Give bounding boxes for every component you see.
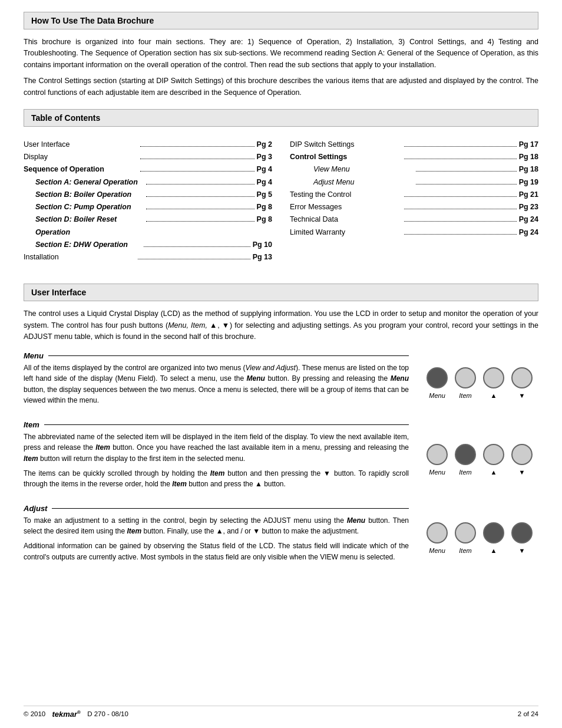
adjust-label-up: ▲ <box>483 547 504 554</box>
menu-btn-circle-menu <box>427 367 448 388</box>
menu-subsection-text: Menu All of the items displayed by the c… <box>24 351 421 410</box>
adjust-btn-circle-down <box>511 522 533 543</box>
toc-item-view-menu: View Menu Pg 18 <box>290 163 538 176</box>
toc-item-testing: Testing the Control Pg 21 <box>290 189 538 201</box>
item-subsection: Item The abbreviated name of the selecte… <box>24 420 538 493</box>
toc-item-adjust-menu: Adjust Menu Pg 19 <box>290 176 538 189</box>
menu-label-up: ▲ <box>483 392 504 399</box>
toc-item-warranty: Limited Warranty Pg 24 <box>290 226 538 239</box>
menu-label-down: ▼ <box>511 392 533 399</box>
user-interface-section: User Interface The control uses a Liquid… <box>24 284 538 566</box>
adjust-label-item: Item <box>455 547 476 554</box>
adjust-subsection: Adjust To make an adjustment to a settin… <box>24 504 538 566</box>
footer-copyright: © 2010 <box>24 710 45 717</box>
adjust-button-row <box>427 522 533 543</box>
item-btn-circle-down <box>511 444 533 465</box>
adjust-btn-circle-menu <box>427 522 448 543</box>
item-diagram: Menu Item ▲ ▼ <box>421 420 538 493</box>
how-to-use-para2: The Control Settings section (starting a… <box>24 75 538 98</box>
item-button-labels: Menu Item ▲ ▼ <box>427 469 533 476</box>
how-to-use-heading: How To Use The Data Brochure <box>24 12 538 29</box>
tekmar-logo: tekmar® <box>52 710 81 719</box>
item-button-row <box>427 444 533 465</box>
toc-item-section-c: Section C: Pump Operation Pg 8 <box>24 201 272 213</box>
menu-text: All of the items displayed by the contro… <box>24 363 409 406</box>
toc-item-errors: Error Messages Pg 23 <box>290 201 538 213</box>
item-label-up: ▲ <box>483 469 504 476</box>
adjust-subheading: Adjust <box>24 504 409 513</box>
item-label-menu: Menu <box>427 469 448 476</box>
menu-button-row <box>427 367 533 388</box>
menu-button-labels: Menu Item ▲ ▼ <box>427 392 533 399</box>
toc-item-section-e: Section E: DHW Operation Pg 10 <box>24 239 272 251</box>
menu-subheading: Menu <box>24 351 409 360</box>
menu-label-item: Item <box>455 392 476 399</box>
item-label-item: Item <box>455 469 476 476</box>
adjust-btn-circle-up <box>483 522 504 543</box>
footer-brand: © 2010 tekmar® D 270 - 08/10 <box>24 710 128 719</box>
menu-btn-circle-item <box>455 367 476 388</box>
toc-col-right: DIP Switch Settings Pg 17 Control Settin… <box>290 139 538 264</box>
adjust-label-down: ▼ <box>511 547 533 554</box>
footer: © 2010 tekmar® D 270 - 08/10 2 of 24 <box>24 706 538 719</box>
item-btn-circle-menu <box>427 444 448 465</box>
toc-grid: User Interface Pg 2 Display Pg 3 Sequenc… <box>24 134 538 271</box>
toc-item-user-interface: User Interface Pg 2 <box>24 139 272 151</box>
toc-item-display: Display Pg 3 <box>24 151 272 163</box>
how-to-use-section: How To Use The Data Brochure This brochu… <box>24 12 538 98</box>
adjust-label-menu: Menu <box>427 547 448 554</box>
adjust-text2: Additional information can be gained by … <box>24 541 409 562</box>
item-text1: The abbreviated name of the selected ite… <box>24 431 409 465</box>
how-to-use-para1: This brochure is organized into four mai… <box>24 37 538 71</box>
toc-item-section-a: Section A: General Operation Pg 4 <box>24 176 272 189</box>
item-text2: The items can be quickly scrolled throug… <box>24 468 409 490</box>
menu-btn-circle-down <box>511 367 533 388</box>
menu-diagram: Menu Item ▲ ▼ <box>421 351 538 410</box>
menu-label-menu: Menu <box>427 392 448 399</box>
toc-item-dip: DIP Switch Settings Pg 17 <box>290 139 538 151</box>
item-label-down: ▼ <box>511 469 533 476</box>
item-subsection-text: Item The abbreviated name of the selecte… <box>24 420 421 493</box>
adjust-subsection-text: Adjust To make an adjustment to a settin… <box>24 504 421 566</box>
toc-item-control-settings: Control Settings Pg 18 <box>290 151 538 163</box>
adjust-button-labels: Menu Item ▲ ▼ <box>427 547 533 554</box>
menu-subsection: Menu All of the items displayed by the c… <box>24 351 538 410</box>
footer-page-info: 2 of 24 <box>518 710 538 717</box>
item-btn-circle-item <box>455 444 476 465</box>
toc-item-section-d: Section D: Boiler Reset Operation Pg 8 <box>24 213 272 239</box>
toc-section: Table of Contents User Interface Pg 2 Di… <box>24 109 538 271</box>
toc-item-installation: Installation Pg 13 <box>24 251 272 263</box>
item-btn-circle-up <box>483 444 504 465</box>
adjust-text1: To make an adjustment to a setting in th… <box>24 515 409 537</box>
menu-btn-circle-up <box>483 367 504 388</box>
footer-doc-id: D 270 - 08/10 <box>87 710 128 717</box>
toc-col-left: User Interface Pg 2 Display Pg 3 Sequenc… <box>24 139 272 264</box>
adjust-btn-circle-item <box>455 522 476 543</box>
toc-heading: Table of Contents <box>24 109 538 127</box>
toc-item-sequence: Sequence of Operation Pg 4 <box>24 163 272 176</box>
toc-item-section-b: Section B: Boiler Operation Pg 5 <box>24 189 272 201</box>
toc-item-technical: Technical Data Pg 24 <box>290 213 538 226</box>
item-subheading: Item <box>24 420 409 429</box>
page: How To Use The Data Brochure This brochu… <box>0 0 562 728</box>
user-interface-heading: User Interface <box>24 284 538 301</box>
adjust-diagram: Menu Item ▲ ▼ <box>421 504 538 566</box>
ui-intro-text: The control uses a Liquid Crystal Displa… <box>24 308 538 342</box>
